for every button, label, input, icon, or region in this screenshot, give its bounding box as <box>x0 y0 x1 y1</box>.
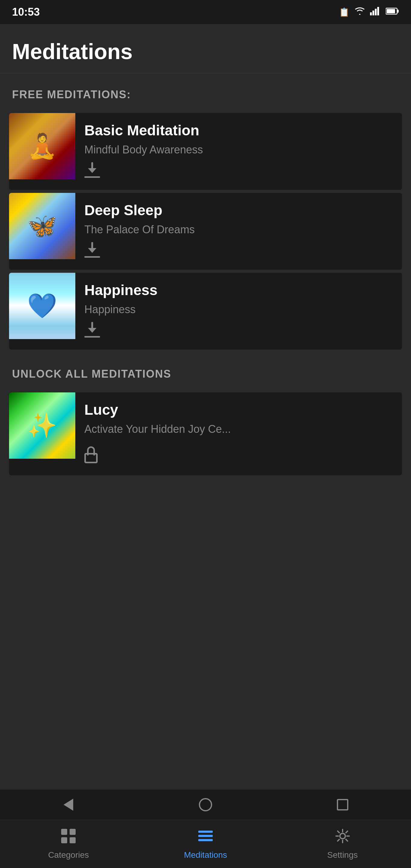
android-nav-bar <box>0 789 411 820</box>
svg-rect-0 <box>370 12 372 16</box>
grid-icon <box>61 828 76 847</box>
lucy-info: Lucy Activate Your Hidden Joy Ce... <box>75 393 402 475</box>
deep-sleep-download[interactable] <box>84 242 393 261</box>
settings-label: Settings <box>327 850 358 860</box>
svg-rect-3 <box>377 7 379 16</box>
svg-rect-12 <box>198 835 213 837</box>
basic-meditation-info: Basic Meditation Mindful Body Awareness <box>75 113 402 190</box>
deep-sleep-card[interactable]: Deep Sleep The Palace Of Dreams <box>9 193 402 270</box>
back-icon <box>64 799 73 811</box>
meditations-label: Meditations <box>184 850 227 860</box>
deep-sleep-title: Deep Sleep <box>84 202 393 218</box>
deep-sleep-subtitle: The Palace Of Dreams <box>84 223 393 236</box>
clipboard-icon: 📋 <box>339 7 350 17</box>
tab-meditations[interactable]: Meditations <box>137 824 274 865</box>
home-button[interactable] <box>196 796 215 814</box>
happiness-thumbnail <box>9 273 75 339</box>
happiness-title: Happiness <box>84 282 393 299</box>
lucy-thumbnail <box>9 393 75 459</box>
lucy-lock[interactable] <box>84 441 393 466</box>
deep-sleep-thumbnail <box>9 193 75 259</box>
svg-point-14 <box>340 833 345 839</box>
svg-rect-10 <box>70 837 76 843</box>
list-icon <box>198 828 213 847</box>
happiness-info: Happiness Happiness <box>75 273 402 350</box>
svg-rect-9 <box>61 837 67 843</box>
free-meditations-header: FREE MEDITATIONS: <box>0 73 411 110</box>
svg-rect-2 <box>375 9 377 16</box>
basic-meditation-download[interactable] <box>84 162 393 181</box>
basic-meditation-subtitle: Mindful Body Awareness <box>84 144 393 156</box>
basic-meditation-image <box>9 113 75 179</box>
svg-rect-1 <box>373 10 374 16</box>
signal-icon <box>370 7 381 18</box>
status-bar: 10:53 📋 <box>0 0 411 24</box>
tab-settings[interactable]: Settings <box>274 824 411 865</box>
svg-rect-13 <box>198 839 213 841</box>
main-content: FREE MEDITATIONS: Basic Meditation Mindf… <box>0 73 411 563</box>
happiness-card[interactable]: Happiness Happiness <box>9 273 402 350</box>
unlock-meditations-header: UNLOCK ALL MEDITATIONS <box>0 352 411 390</box>
lucy-image <box>9 393 75 459</box>
gear-icon <box>335 828 350 847</box>
basic-meditation-thumbnail <box>9 113 75 179</box>
status-time: 10:53 <box>12 6 40 19</box>
lucy-card[interactable]: Lucy Activate Your Hidden Joy Ce... <box>9 393 402 475</box>
svg-rect-5 <box>397 10 399 13</box>
happiness-subtitle: Happiness <box>84 303 393 316</box>
page-title: Meditations <box>12 39 399 64</box>
svg-rect-8 <box>70 829 76 835</box>
categories-label: Categories <box>48 850 89 860</box>
wifi-icon <box>354 7 365 18</box>
bottom-navigation: Categories Meditations Settings <box>0 820 411 868</box>
deep-sleep-image <box>9 193 75 259</box>
back-button[interactable] <box>59 796 77 814</box>
svg-rect-6 <box>387 9 395 13</box>
header: Meditations <box>0 24 411 73</box>
status-icons: 📋 <box>339 7 399 18</box>
recent-icon <box>337 799 348 810</box>
lucy-title: Lucy <box>84 401 393 418</box>
basic-meditation-card[interactable]: Basic Meditation Mindful Body Awareness <box>9 113 402 190</box>
basic-meditation-title: Basic Meditation <box>84 122 393 138</box>
recent-button[interactable] <box>334 796 352 814</box>
lucy-subtitle: Activate Your Hidden Joy Ce... <box>84 423 393 435</box>
svg-rect-7 <box>61 829 67 835</box>
svg-rect-11 <box>198 831 213 833</box>
tab-categories[interactable]: Categories <box>0 824 137 865</box>
home-icon <box>199 798 212 811</box>
happiness-image <box>9 273 75 339</box>
happiness-download[interactable] <box>84 322 393 341</box>
deep-sleep-info: Deep Sleep The Palace Of Dreams <box>75 193 402 270</box>
battery-icon <box>386 7 399 17</box>
